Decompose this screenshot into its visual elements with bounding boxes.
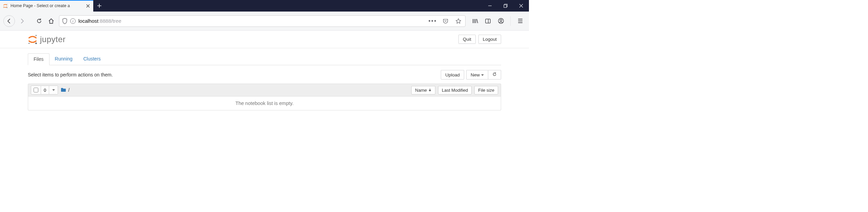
select-all-group: 0: [31, 86, 58, 94]
window-restore-button[interactable]: [498, 0, 513, 12]
nav-reload-button[interactable]: [34, 16, 44, 26]
pocket-icon[interactable]: [441, 17, 450, 25]
jupyter-page: jupyter Quit Logout Files Running Cluste…: [0, 31, 529, 110]
upload-button[interactable]: Upload: [441, 70, 464, 80]
jupyter-logo[interactable]: jupyter: [28, 34, 66, 45]
svg-point-7: [35, 35, 37, 36]
window-controls: [482, 0, 529, 12]
tab-running[interactable]: Running: [50, 53, 78, 65]
svg-rect-4: [486, 19, 490, 23]
sidebar-icon[interactable]: [484, 17, 492, 25]
breadcrumb-root: /: [68, 87, 70, 93]
folder-icon: [61, 87, 66, 93]
sort-modified-button[interactable]: Last Modified: [438, 86, 472, 94]
nav-back-button[interactable]: [3, 15, 15, 27]
tab-favicon-jupyter-icon: [3, 3, 8, 8]
svg-point-6: [500, 19, 502, 21]
window-minimize-button[interactable]: [482, 0, 498, 12]
dashboard-tabs: Files Running Clusters: [28, 53, 501, 65]
svg-point-2: [6, 7, 7, 8]
browser-tab[interactable]: Home Page - Select or create a: [0, 0, 93, 12]
new-menu-button[interactable]: New: [466, 70, 488, 80]
svg-point-0: [7, 4, 7, 4]
logout-button[interactable]: Logout: [478, 35, 501, 44]
file-list-header: 0 / Name Last Modified File size: [28, 84, 501, 96]
jupyter-header: jupyter Quit Logout: [0, 31, 529, 48]
quit-button[interactable]: Quit: [458, 35, 476, 44]
app-menu-icon[interactable]: [516, 17, 524, 25]
jupyter-logo-text: jupyter: [40, 35, 66, 44]
select-menu-button[interactable]: [49, 86, 58, 94]
window-close-button[interactable]: [513, 0, 529, 12]
bookmark-star-icon[interactable]: [454, 17, 462, 25]
sort-size-button[interactable]: File size: [474, 86, 498, 94]
page-actions-icon[interactable]: •••: [429, 17, 437, 25]
tracking-protection-icon[interactable]: [62, 18, 67, 24]
nav-home-button[interactable]: [46, 16, 56, 26]
select-all-checkbox[interactable]: [31, 86, 41, 94]
nav-forward-button: [17, 16, 27, 26]
browser-titlebar: Home Page - Select or create a: [0, 0, 529, 12]
tab-clusters[interactable]: Clusters: [78, 53, 106, 65]
svg-point-9: [35, 42, 37, 44]
account-icon[interactable]: [497, 17, 505, 25]
refresh-button[interactable]: [488, 70, 501, 80]
sort-name-button[interactable]: Name: [411, 86, 435, 94]
breadcrumb[interactable]: /: [61, 87, 70, 93]
browser-toolbar: i localhost:8888/tree •••: [0, 12, 529, 31]
url-text: localhost:8888/tree: [78, 18, 121, 24]
svg-point-8: [28, 42, 29, 43]
action-bar: Select items to perform actions on them.…: [28, 65, 501, 84]
tab-title: Home Page - Select or create a: [11, 3, 82, 8]
selected-count: 0: [41, 86, 49, 94]
new-tab-button[interactable]: [93, 0, 105, 12]
library-icon[interactable]: [471, 17, 479, 25]
site-info-icon[interactable]: i: [70, 18, 76, 24]
tab-files[interactable]: Files: [28, 53, 50, 65]
url-bar[interactable]: i localhost:8888/tree •••: [59, 15, 466, 27]
arrow-down-icon: [428, 88, 432, 92]
svg-point-1: [3, 7, 4, 8]
tab-close-button[interactable]: [85, 3, 91, 8]
caret-down-icon: [481, 74, 484, 77]
empty-list-message: The notebook list is empty.: [28, 96, 501, 110]
svg-rect-3: [504, 5, 507, 7]
action-hint: Select items to perform actions on them.: [28, 72, 113, 77]
tab-loading-indicator: [0, 0, 93, 1]
